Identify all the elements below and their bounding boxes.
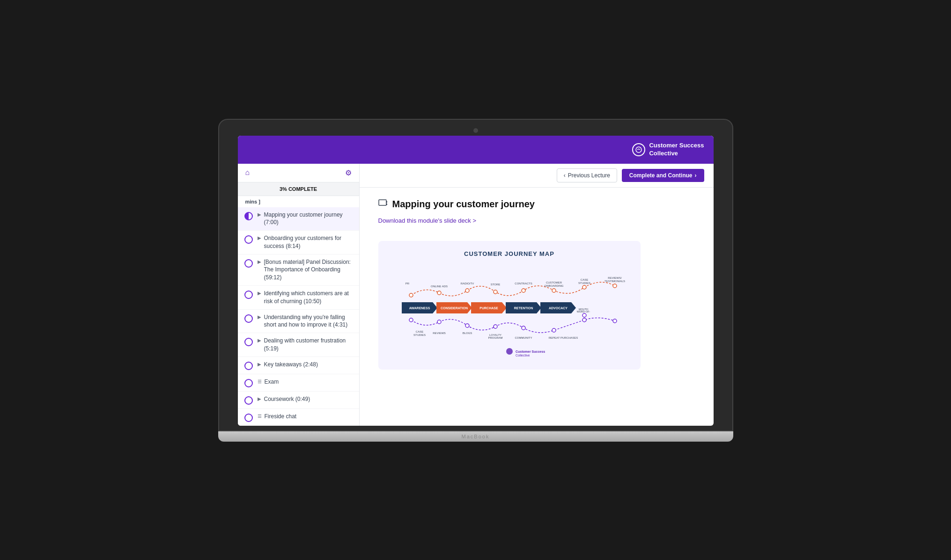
svg-point-35 [465,324,469,327]
sidebar-topbar: ⌂ ⚙ [238,164,359,182]
journey-map-container: CUSTOMER JOURNEY MAP [378,241,641,370]
video-icon: ▶ [258,362,261,367]
lesson-text: Key takeaways (2:48) [264,361,318,369]
lesson-item[interactable]: ☰ Exam [238,374,359,392]
lesson-status-empty [244,414,253,422]
svg-text:CONTRACTS: CONTRACTS [515,282,532,285]
svg-text:Collective: Collective [516,354,530,357]
lesson-text: Understanding why you're falling short a… [264,313,353,329]
download-link[interactable]: Download this module's slide deck > [378,217,477,224]
brand-logo: Customer Success Collective [632,142,704,158]
lesson-text: Exam [265,378,279,386]
lesson-text: Onboarding your customers for success (8… [264,234,353,250]
svg-text:ONBOARDING: ONBOARDING [544,284,563,287]
lesson-status-empty [244,396,253,405]
lesson-text: Coursework (0:49) [264,395,310,403]
svg-text:REVIEWS/: REVIEWS/ [608,276,622,279]
sidebar-progress: 3% COMPLETE [238,182,359,196]
video-icon: ▶ [258,338,261,343]
lesson-item[interactable]: ▶ Coursework (0:49) [238,392,359,409]
video-icon: ▶ [258,212,261,217]
complete-label: Complete and Continue [629,172,693,179]
lesson-text: Mapping your customer journey (7:00) [264,211,353,227]
svg-point-39 [582,318,586,322]
svg-point-33 [409,318,413,322]
app-body: ⌂ ⚙ 3% COMPLETE mins ] [238,164,714,426]
lesson-status-empty [244,291,253,299]
svg-text:Customer Success: Customer Success [516,350,545,353]
gear-icon[interactable]: ⚙ [345,168,352,177]
svg-point-38 [552,328,556,332]
svg-text:AWARENESS: AWARENESS [409,306,430,310]
lesson-item-inner: ☰ Fireside chat [258,413,353,421]
video-icon: ▶ [258,314,261,320]
lesson-item-inner: ▶ Understanding why you're falling short… [258,313,353,329]
video-icon: ▶ [258,259,261,264]
svg-text:ADVOCACY: ADVOCACY [548,306,567,310]
lesson-item[interactable]: ▶ Identifying which customers are at ris… [238,286,359,310]
webcam [473,128,478,133]
screen-bezel: Customer Success Collective ⌂ ⚙ 3% COMPL… [218,119,733,431]
svg-text:ONLINE ADS: ONLINE ADS [430,285,447,288]
lesson-item[interactable]: ▶ Onboarding your customers for success … [238,231,359,255]
content-area: Mapping your customer journey Download t… [360,188,714,426]
complete-continue-button[interactable]: Complete and Continue › [622,169,704,182]
previous-lecture-button[interactable]: ‹ Previous Lecture [557,168,617,182]
svg-text:STUDIES: STUDIES [578,282,590,284]
lesson-status-empty [244,338,253,346]
video-icon: ▶ [258,291,261,296]
svg-text:REVIEWS: REVIEWS [433,332,446,335]
lesson-item[interactable]: ▶ [Bonus material] Panel Discussion: The… [238,255,359,286]
svg-point-7 [494,290,497,294]
svg-text:CONSIDERATION: CONSIDERATION [440,306,467,310]
journey-map-svg: PR ONLINE ADS RADIO/TV STORE CONTRACTS C… [388,265,631,358]
svg-point-52 [506,348,513,355]
svg-point-34 [437,320,441,324]
svg-text:PROGRAM: PROGRAM [488,336,502,339]
svg-text:CUSTOMER: CUSTOMER [546,281,562,284]
lesson-item[interactable]: ▶ Key takeaways (2:48) [238,357,359,374]
lesson-item[interactable]: ▶ Dealing with customer frustration (5:1… [238,333,359,357]
lesson-item-inner: ☰ Exam [258,378,353,386]
svg-text:TESTIMONIALS: TESTIMONIALS [604,280,625,283]
home-icon[interactable]: ⌂ [245,168,250,177]
svg-point-40 [613,319,617,323]
laptop-base: MacBook [218,431,733,442]
svg-point-4 [409,293,413,297]
lesson-item[interactable]: ▶ Understanding why you're falling short… [238,310,359,334]
svg-point-9 [552,289,556,292]
svg-point-36 [494,325,497,328]
svg-text:PR: PR [405,282,409,285]
svg-text:CASE: CASE [415,330,423,333]
lesson-text: [Bonus material] Panel Discussion: The I… [264,258,353,282]
lesson-item-inner: ▶ Onboarding your customers for success … [258,234,353,250]
svg-text:CASE: CASE [580,278,588,281]
sidebar-partial-label: mins ] [238,196,359,207]
lesson-item-inner: ▶ Mapping your customer journey (7:00) [258,211,353,227]
svg-point-10 [582,285,586,289]
lesson-item[interactable]: ▶ Mapping your customer journey (7:00) [238,207,359,231]
journey-map-title: CUSTOMER JOURNEY MAP [388,250,631,257]
lesson-text: Identifying which customers are at risk … [264,290,353,305]
svg-point-0 [636,147,641,153]
svg-point-37 [522,326,525,330]
svg-point-41 [582,313,586,317]
lesson-item[interactable]: ☰ Fireside chat [238,409,359,426]
svg-text:RADIO/TV: RADIO/TV [460,282,473,285]
app-header: Customer Success Collective [238,136,714,164]
lesson-item-inner: ▶ [Bonus material] Panel Discussion: The… [258,258,353,282]
svg-point-11 [613,284,617,288]
svg-rect-3 [386,204,387,205]
video-icon: ▶ [258,235,261,240]
list-icon: ☰ [258,414,262,419]
chevron-left-icon: ‹ [564,172,566,179]
lesson-text: Fireside chat [265,413,297,421]
progress-label: COMPLETE [288,186,317,192]
svg-point-8 [522,289,525,292]
brand-icon [632,143,645,156]
svg-point-5 [437,291,441,295]
video-icon: ▶ [258,396,261,401]
svg-text:REPEAT PURCHASES: REPEAT PURCHASES [548,336,577,339]
svg-text:COMMUNITY: COMMUNITY [515,336,532,339]
content-toolbar: ‹ Previous Lecture Complete and Continue… [360,164,714,188]
